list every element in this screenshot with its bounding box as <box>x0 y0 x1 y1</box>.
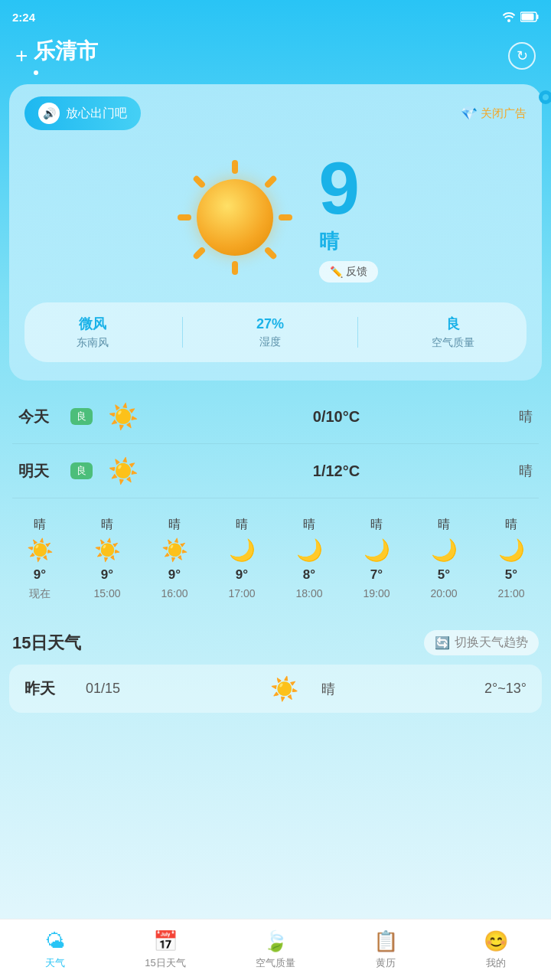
hourly-icon-5: 🌙 <box>364 537 390 563</box>
hourly-desc-0: 晴 <box>34 517 46 533</box>
wind-label: 东南风 <box>77 336 109 350</box>
add-city-button[interactable]: + <box>15 44 28 68</box>
divider-2 <box>357 317 358 348</box>
hourly-icon-2: ☀️ <box>161 537 188 563</box>
nav-almanac-icon: 📋 <box>373 929 398 953</box>
tomorrow-desc: 晴 <box>519 462 533 480</box>
ray-3 <box>279 214 292 220</box>
nav-fifteen-icon: 📅 <box>153 929 178 953</box>
hourly-temp-2: 9° <box>168 567 181 583</box>
air-quality-info: 良 空气质量 <box>432 315 474 350</box>
city-dot <box>34 70 38 75</box>
nav-mine-label: 我的 <box>486 956 506 970</box>
hourly-temp-4: 8° <box>303 567 315 583</box>
nav-air[interactable]: 🍃 空气质量 <box>220 929 331 970</box>
ad-text-button[interactable]: 🔊 放心出门吧 <box>24 96 141 130</box>
temp-block: 9 晴 ✏️ 反馈 <box>319 152 378 283</box>
weather-main: 9 晴 ✏️ 反馈 <box>24 136 527 290</box>
hourly-temp-3: 9° <box>236 567 248 583</box>
nav-weather-label: 天气 <box>45 956 65 970</box>
hourly-time-1: 15:00 <box>93 587 120 599</box>
nav-almanac-label: 黄历 <box>376 956 396 970</box>
hourly-desc-5: 晴 <box>370 517 383 533</box>
hourly-section: 晴 ☀️ 9° 现在 晴 ☀️ 9° 15:00 晴 ☀️ 9° 16:00 晴… <box>0 498 551 616</box>
wind-info: 微风 东南风 <box>77 315 109 350</box>
hourly-temp-5: 7° <box>370 567 383 583</box>
hourly-item-0: 晴 ☀️ 9° 现在 <box>6 511 73 607</box>
bottom-nav: 🌤 天气 📅 15日天气 🍃 空气质量 📋 黄历 😊 我的 <box>0 919 551 980</box>
yesterday-date: 01/15 <box>86 681 120 697</box>
nav-mine[interactable]: 😊 我的 <box>441 929 551 970</box>
hourly-item-1: 晴 ☀️ 9° 15:00 <box>73 511 141 607</box>
hourly-icon-4: 🌙 <box>296 537 323 563</box>
sun-graphic <box>174 156 296 279</box>
city-name: 乐清市 <box>34 37 98 66</box>
hourly-item-3: 晴 🌙 9° 17:00 <box>208 511 276 607</box>
air-quality-value: 良 <box>432 315 474 333</box>
refresh-button[interactable]: ↻ <box>508 42 536 70</box>
today-label: 今天 <box>18 407 64 427</box>
bottom-spacer <box>0 713 551 789</box>
hourly-temp-1: 9° <box>101 567 113 583</box>
today-icon: ☀️ <box>108 402 139 431</box>
status-bar: 2:24 <box>0 0 551 34</box>
feedback-button[interactable]: ✏️ 反馈 <box>319 261 378 283</box>
nav-mine-icon: 😊 <box>484 929 508 953</box>
ray-5 <box>232 261 238 275</box>
speaker-icon: 🔊 <box>38 103 60 124</box>
close-ad-label: 关闭广告 <box>481 106 527 121</box>
fifteen-day-title: 15日天气 <box>12 632 81 655</box>
humidity-value: 27% <box>256 316 284 332</box>
forecast-section: 今天 良 ☀️ 0/10°C 晴 明天 良 ☀️ 1/12°C 晴 <box>0 381 551 498</box>
switch-trend-button[interactable]: 🔄 切换天气趋势 <box>424 630 539 655</box>
nav-almanac[interactable]: 📋 黄历 <box>331 929 441 970</box>
svg-rect-2 <box>537 15 539 19</box>
nav-weather[interactable]: 🌤 天气 <box>0 929 110 970</box>
hourly-time-5: 19:00 <box>363 587 390 599</box>
hourly-item-7: 晴 🌙 5° 21:00 <box>478 511 545 607</box>
nav-fifteen[interactable]: 📅 15日天气 <box>110 929 220 970</box>
yesterday-icon: ☀️ <box>270 675 298 702</box>
fifteen-day-header: 15日天气 🔄 切换天气趋势 <box>0 616 551 665</box>
hourly-time-3: 17:00 <box>228 587 255 599</box>
yesterday-label: 昨天 <box>24 678 70 699</box>
hourly-time-4: 18:00 <box>295 587 322 599</box>
pencil-icon: ✏️ <box>330 266 343 278</box>
hourly-item-6: 晴 🌙 5° 20:00 <box>410 511 478 607</box>
divider-1 <box>182 317 183 348</box>
hourly-item-4: 晴 🌙 8° 18:00 <box>276 511 343 607</box>
main-card: 🔊 放心出门吧 💎 关闭广告 9 <box>9 84 542 381</box>
nav-weather-icon: 🌤 <box>45 929 65 953</box>
nav-air-icon: 🍃 <box>263 929 288 953</box>
nav-fifteen-label: 15日天气 <box>145 956 185 970</box>
weather-info-bar: 微风 东南风 27% 湿度 良 空气质量 <box>24 302 527 362</box>
hourly-desc-1: 晴 <box>101 517 113 533</box>
hourly-desc-6: 晴 <box>438 517 450 533</box>
today-quality: 良 <box>70 408 93 425</box>
ray-6 <box>192 246 206 260</box>
weather-description: 晴 <box>319 228 378 255</box>
sun-circle <box>197 179 273 256</box>
hourly-icon-0: ☀️ <box>27 537 54 563</box>
close-ad-button[interactable]: 💎 关闭广告 <box>461 105 527 122</box>
status-time: 2:24 <box>12 11 35 24</box>
nav-air-label: 空气质量 <box>256 956 295 970</box>
wifi-icon <box>502 11 516 22</box>
forecast-row-tomorrow: 明天 良 ☀️ 1/12°C 晴 <box>12 444 539 498</box>
hourly-icon-3: 🌙 <box>229 537 256 563</box>
degree-symbol <box>539 90 551 104</box>
hourly-temp-6: 5° <box>438 567 450 583</box>
tomorrow-quality: 良 <box>70 462 93 479</box>
hourly-icon-7: 🌙 <box>498 537 525 563</box>
hourly-desc-2: 晴 <box>168 517 181 533</box>
tomorrow-icon: ☀️ <box>108 456 139 485</box>
today-temp: 0/10°C <box>154 408 519 426</box>
svg-point-0 <box>507 19 510 22</box>
hourly-icon-6: 🌙 <box>431 537 458 563</box>
svg-rect-3 <box>522 14 534 21</box>
hourly-time-0: 现在 <box>29 587 51 601</box>
temperature: 9 <box>319 152 360 225</box>
yesterday-weather: 晴 <box>321 680 335 698</box>
forecast-row-today: 今天 良 ☀️ 0/10°C 晴 <box>12 390 539 444</box>
close-ad-icon: 💎 <box>461 105 478 122</box>
